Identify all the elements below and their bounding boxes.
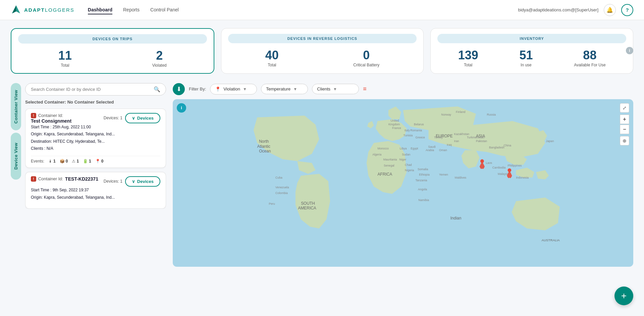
devices-button-0[interactable]: ∨ Devices	[125, 113, 160, 123]
container-id-label-1: Container Id:	[38, 176, 63, 181]
svg-text:Tanzania: Tanzania	[415, 178, 427, 182]
filter-temperature-dropdown[interactable]: Temperature ▼	[261, 84, 308, 94]
svg-text:Yemen: Yemen	[439, 173, 448, 176]
user-email: bidya@adaptideations.com@[SuperUser]	[518, 7, 598, 12]
help-button[interactable]: ?	[621, 4, 633, 16]
container-details-0: Start Time : 25th Aug, 2022 11:00 Origin…	[31, 124, 160, 152]
stat-card-devices-on-trips: DEVICES ON TRIPS 11 Total 2 Violated	[11, 28, 214, 74]
selected-container-value: No Container Selected	[67, 100, 114, 105]
nav-reports[interactable]: Reports	[123, 6, 140, 14]
stat-values-3: 139 Total 51 In use 88 Available For Use	[437, 49, 626, 67]
search-input[interactable]	[31, 87, 151, 92]
stat-number-violated: 2	[152, 49, 167, 62]
container-name-0: Test Consignment	[31, 118, 71, 124]
warning-icon: ⚠	[72, 159, 75, 164]
app-header: ADAPTLOGGERS Dashboard Reports Control P…	[0, 0, 644, 20]
battery-icon: 🔋	[83, 159, 88, 164]
stat-card-inventory: INVENTORY 139 Total 51 In use 88 Availab…	[430, 28, 633, 74]
svg-text:Iran: Iran	[454, 139, 459, 143]
stat-label-violated: Violated	[152, 63, 167, 68]
svg-text:Maldives: Maldives	[455, 176, 467, 179]
svg-text:Saudi: Saudi	[428, 145, 436, 148]
chevron-down-icon-violation: ▼	[243, 87, 247, 91]
map-zoom-controls: ⤢ + − ⊕	[620, 103, 629, 145]
container-details-1: Start Time : 9th Sep, 2022 19:37 Origin:…	[31, 187, 160, 201]
stat-total-reverse: 40 Total	[265, 49, 279, 67]
svg-text:Russia: Russia	[487, 113, 496, 116]
svg-text:Niger: Niger	[399, 157, 407, 161]
package-icon: 📦	[60, 159, 65, 164]
container-id-label-0: Container Id:	[38, 113, 63, 118]
svg-text:Egypt: Egypt	[411, 147, 418, 150]
devices-button-1[interactable]: ∨ Devices	[125, 176, 160, 187]
filter-temperature-label: Temperature	[266, 86, 290, 91]
thermometer-icon: 🌡	[48, 159, 52, 164]
info-circle-icon: i	[181, 105, 182, 110]
svg-text:Pakistan: Pakistan	[476, 139, 487, 143]
svg-text:Angola: Angola	[418, 187, 427, 191]
svg-text:Turkmenistan: Turkmenistan	[467, 136, 484, 139]
world-map-svg: EUROPE ASIA North Atlantic Ocean SOUTH A…	[173, 99, 633, 267]
map-container[interactable]: EUROPE ASIA North Atlantic Ocean SOUTH A…	[173, 99, 633, 267]
container-list: ! Container Id: Test Consignment Devices…	[25, 109, 166, 209]
container-card-footer-0: Events: 🌡1 📦0 ⚠1 🔋1	[31, 156, 160, 164]
svg-text:Greece: Greece	[415, 136, 425, 139]
stat-card-reverse-logistics: DEVICES IN REVERSE LOGISTICS 40 Total 0 …	[221, 28, 424, 74]
question-icon: ?	[626, 7, 629, 13]
container-id-row-1: ! Container Id: TEST-KD22371	[31, 176, 98, 182]
stat-number-in-use: 51	[519, 49, 533, 62]
nav-dashboard[interactable]: Dashboard	[88, 6, 112, 14]
filter-clients-dropdown[interactable]: Clients ▼	[312, 84, 359, 94]
container-card-1: ! Container Id: TEST-KD22371 Devices: 1 …	[25, 172, 166, 209]
svg-text:Ethiopia: Ethiopia	[419, 173, 430, 176]
svg-text:AUSTRALIA: AUSTRALIA	[542, 238, 560, 242]
logo-text: ADAPTLOGGERS	[24, 7, 74, 13]
notification-bell-button[interactable]: 🔔	[604, 4, 616, 16]
tab-container-view[interactable]: Container View	[11, 83, 21, 130]
stat-values-2: 40 Total 0 Critical Battery	[228, 49, 417, 67]
svg-text:Morocco: Morocco	[377, 147, 388, 150]
stat-available: 88 Available For Use	[574, 49, 606, 67]
devices-count-1: Devices: 1	[104, 179, 122, 184]
map-zoom-out-button[interactable]: −	[620, 125, 629, 134]
svg-text:Tunisia: Tunisia	[404, 133, 413, 137]
event-battery-0: 🔋1	[83, 159, 91, 164]
svg-text:Japan: Japan	[546, 139, 554, 143]
stat-total-trips: 11 Total	[58, 49, 72, 68]
svg-text:Laos: Laos	[486, 161, 492, 165]
svg-text:Libya: Libya	[400, 147, 407, 150]
content-row: Container View Device View 🔍 Selected Co…	[11, 83, 633, 267]
map-info-button[interactable]: i	[177, 103, 186, 113]
container-card-0: ! Container Id: Test Consignment Devices…	[25, 109, 166, 168]
side-tabs: Container View Device View	[11, 83, 21, 267]
map-expand-button[interactable]: ⤢	[620, 103, 629, 113]
filter-lines-icon[interactable]: ≡	[363, 85, 367, 92]
svg-text:Arabia: Arabia	[426, 148, 434, 152]
right-panel: ⬇ Filter By: 📍 Violation ▼ Temperature ▼…	[173, 83, 633, 267]
search-icon[interactable]: 🔍	[154, 86, 160, 92]
devices-count-0: Devices: 1	[104, 116, 122, 120]
container-card-header-0: ! Container Id: Test Consignment Devices…	[31, 113, 160, 124]
logo: ADAPTLOGGERS	[11, 5, 74, 15]
svg-point-62	[480, 159, 484, 163]
download-icon: ⬇	[176, 85, 181, 93]
page-info-icon[interactable]: i	[626, 47, 633, 54]
filter-violation-dropdown[interactable]: 📍 Violation ▼	[210, 84, 257, 94]
stat-label-available: Available For Use	[574, 63, 606, 67]
svg-text:Oman: Oman	[439, 148, 447, 152]
chevron-down-icon-clients: ▼	[333, 87, 337, 91]
nav-control-panel[interactable]: Control Panel	[150, 6, 179, 14]
tab-device-view[interactable]: Device View	[11, 133, 21, 180]
left-panel: 🔍 Selected Container: No Container Selec…	[25, 83, 166, 267]
svg-text:AFRICA: AFRICA	[377, 172, 392, 177]
event-warning-0: ⚠1	[72, 159, 79, 164]
map-reset-button[interactable]: ⊕	[620, 136, 629, 145]
event-location-0: 📍0	[95, 159, 104, 164]
svg-text:Ocean: Ocean	[259, 148, 271, 153]
stat-values-1: 11 Total 2 Violated	[18, 49, 207, 68]
logo-icon	[11, 5, 21, 15]
stat-number-total-inventory: 139	[458, 49, 478, 62]
map-zoom-in-button[interactable]: +	[620, 115, 629, 124]
download-button[interactable]: ⬇	[173, 83, 185, 95]
svg-text:Italy: Italy	[405, 128, 410, 132]
